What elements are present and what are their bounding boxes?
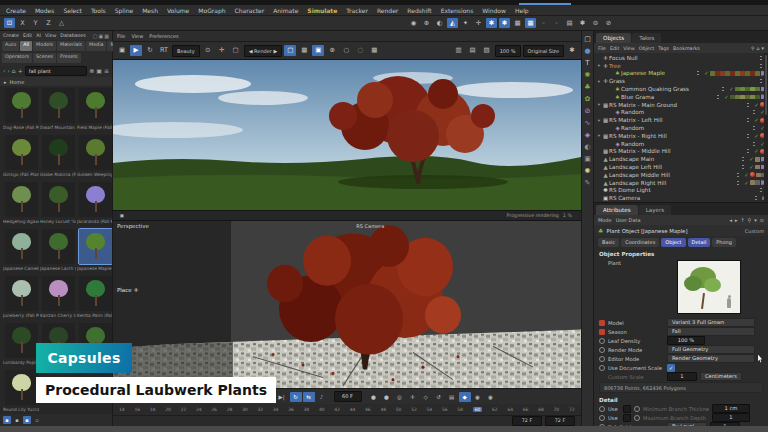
object-label[interactable]: Grass xyxy=(609,78,759,84)
menu-item[interactable]: Tools xyxy=(91,7,106,14)
search-option-icon[interactable]: ≡ xyxy=(104,67,109,74)
menu-item[interactable]: Render xyxy=(377,7,398,14)
anim-dot[interactable] xyxy=(599,338,605,344)
toolbar-icon[interactable]: ✛ xyxy=(473,18,484,28)
asset-tab[interactable]: Media xyxy=(86,41,106,51)
renderview-icon[interactable]: ▦ xyxy=(368,45,380,56)
palette-icon[interactable]: ⊘ xyxy=(585,107,591,116)
texture-tag[interactable] xyxy=(710,71,715,76)
menu-item[interactable]: Tracker xyxy=(346,7,368,14)
toolbar-icon[interactable]: ▦ xyxy=(512,18,523,28)
timeline-frame-label[interactable]: 38 xyxy=(304,407,310,412)
object-label[interactable]: Random xyxy=(621,141,752,147)
checkbox[interactable] xyxy=(623,405,631,413)
texture-tag[interactable] xyxy=(745,95,750,100)
nav-icon[interactable]: › xyxy=(7,67,9,74)
attribute-tab[interactable]: Object xyxy=(661,238,685,247)
asset-tab[interactable]: Presets xyxy=(57,53,80,63)
enabled-check-icon[interactable]: ✓ xyxy=(743,180,750,186)
playback-toggle[interactable]: ↻ xyxy=(290,392,302,402)
footer-icon[interactable]: ▪ xyxy=(13,416,21,424)
dropdown[interactable]: Full Geometry xyxy=(667,345,755,355)
renderview-icon[interactable]: ↻ xyxy=(144,45,156,56)
asset-tab[interactable]: Materials xyxy=(57,41,85,51)
asset-tab[interactable]: Models xyxy=(33,41,56,51)
toolbar-icon[interactable]: ◦ xyxy=(551,18,562,28)
keyframe-button[interactable]: ◆ xyxy=(459,392,471,402)
palette-icon[interactable]: ◐ xyxy=(584,143,590,152)
asset-thumbnail[interactable] xyxy=(5,88,38,123)
timeline-frame-label[interactable]: 70 xyxy=(554,407,560,412)
texture-tag[interactable] xyxy=(740,95,745,100)
toolbar-icon[interactable]: ◐ xyxy=(434,18,445,28)
texture-tag[interactable] xyxy=(755,87,760,92)
toolbar-icon[interactable]: ✱ xyxy=(499,18,510,28)
texture-tag[interactable] xyxy=(740,71,745,76)
object-row[interactable]: ▣ RS Camera ⊠ xyxy=(594,194,768,202)
object-row[interactable]: ▦ RS Matrix - Middle Hill ✓ xyxy=(594,148,768,156)
enabled-check-icon[interactable]: ✓ xyxy=(703,70,710,76)
renderview-icon[interactable]: ▣ xyxy=(116,45,128,56)
renderview-icon[interactable]: ▦ xyxy=(298,45,310,56)
palette-icon[interactable]: ▢ xyxy=(584,35,591,44)
checkbox[interactable]: ✓ xyxy=(667,364,675,372)
menu-item[interactable]: Modes xyxy=(35,7,54,14)
enabled-check-icon[interactable]: ✓ xyxy=(748,164,755,170)
current-frame-field[interactable]: 60 F xyxy=(334,391,362,402)
enabled-check-icon[interactable]: ✓ xyxy=(753,133,760,139)
value-field[interactable]: 100 % xyxy=(667,336,705,346)
panel-tab[interactable]: Attributes xyxy=(596,205,638,215)
asset-name[interactable]: Dwarf Mountain Pine (... xyxy=(40,123,76,132)
renderview-menu-item[interactable]: View xyxy=(131,33,143,39)
dropdown[interactable]: Render Geometry xyxy=(667,354,755,364)
asset-name[interactable]: Honey Locust 'Sunbur... xyxy=(40,217,76,226)
renderview-icon[interactable]: ⊙ xyxy=(202,45,214,56)
asset-thumbnail[interactable] xyxy=(42,182,75,217)
object-row[interactable]: ▲ Landscape Main ✓ xyxy=(594,155,768,163)
asset-tile[interactable]: Honey Locust 'Sunbur... xyxy=(40,182,76,228)
keyframe-button[interactable]: ◉ xyxy=(472,392,484,402)
menu-item[interactable]: MoGraph xyxy=(198,7,225,14)
mode-bar-icon[interactable]: ▸ xyxy=(735,217,738,223)
camera-label[interactable]: RS Camera xyxy=(356,223,384,229)
keyframe-button[interactable]: ▤ xyxy=(446,392,458,402)
timeline-ruler[interactable]: 1416182022242628303234363840424446485052… xyxy=(113,404,581,416)
object-label[interactable]: Japanese Maple xyxy=(621,70,696,76)
mode-bar-icon[interactable]: ⚲ xyxy=(748,217,752,223)
axis-lock-icon[interactable]: Y xyxy=(30,18,41,28)
timeline-frame-label[interactable]: 64 xyxy=(507,407,513,412)
object-row[interactable]: ▾ ▦ RS Matrix - Left Hill ✓ xyxy=(594,116,768,124)
enabled-check-icon[interactable]: ✓ xyxy=(753,102,760,108)
toolbar-icon[interactable]: ⊖ xyxy=(590,18,601,28)
renderview-icon[interactable]: ◌ xyxy=(354,45,366,56)
menu-item[interactable]: Mesh xyxy=(142,7,158,14)
search-option-icon[interactable]: ▣ xyxy=(96,67,102,74)
window-icon[interactable]: ▣ xyxy=(99,33,104,39)
nav-icon[interactable]: ‹ xyxy=(3,67,5,74)
object-row[interactable]: ▲ Landscape Left Hill ✓ xyxy=(594,163,768,171)
object-label[interactable]: Blue Grama xyxy=(621,94,716,100)
aov-dropdown[interactable]: Beauty xyxy=(172,45,200,57)
object-row[interactable]: ◈ Random ✓ xyxy=(594,140,768,148)
keyframe-button[interactable]: ◎ xyxy=(394,392,406,402)
enabled-check-icon[interactable]: ✓ xyxy=(728,86,735,92)
timeline-frame-label[interactable]: 66 xyxy=(523,407,529,412)
timeline-frame-label[interactable]: 46 xyxy=(365,407,371,412)
asset-name[interactable]: Lombardy Poplar (Fall... xyxy=(3,358,39,367)
object-row[interactable]: ♠ Japanese Maple ✓ xyxy=(594,70,768,78)
visibility-dots[interactable] xyxy=(741,164,746,170)
asset-tile[interactable]: Field Maple (Fall Plant) xyxy=(77,88,112,134)
enabled-check-icon[interactable]: ✓ xyxy=(753,117,760,123)
window-icon[interactable]: ▦ xyxy=(104,33,109,39)
object-row[interactable]: ♠ Common Quaking Grass ✓ xyxy=(594,85,768,93)
anim-dot[interactable] xyxy=(599,347,605,353)
anim-dot[interactable] xyxy=(599,320,605,326)
toolbar-icon[interactable]: ◦ xyxy=(538,18,549,28)
value-field[interactable]: 1 cm xyxy=(712,404,750,414)
viewport-label[interactable]: Perspective xyxy=(117,223,149,229)
asset-thumbnail[interactable] xyxy=(42,135,75,170)
visibility-dots[interactable] xyxy=(746,117,751,123)
timeline-frame-label[interactable]: 28 xyxy=(227,407,233,412)
object-row[interactable]: ▾ ✛ Grass xyxy=(594,77,768,85)
nav-icon[interactable]: + xyxy=(18,67,23,74)
